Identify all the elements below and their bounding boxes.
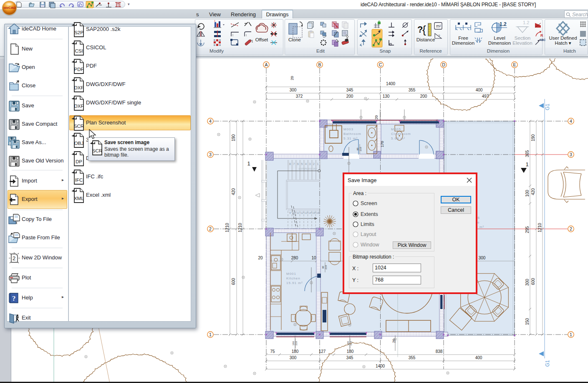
svg-text:8: 8 bbox=[289, 162, 291, 165]
svg-text:m²: m² bbox=[436, 24, 441, 28]
svg-text:372: 372 bbox=[296, 94, 303, 99]
svg-text:2: 2 bbox=[209, 226, 212, 231]
svg-text:G1: G1 bbox=[545, 360, 550, 367]
svg-text:300: 300 bbox=[525, 279, 530, 286]
svg-text:1400: 1400 bbox=[376, 364, 385, 368]
svg-text:127: 127 bbox=[319, 349, 326, 354]
svg-text:OBJ: OBJ bbox=[74, 141, 83, 146]
svg-text:M005: M005 bbox=[391, 127, 401, 131]
svg-text:1210: 1210 bbox=[538, 223, 542, 232]
svg-text:200: 200 bbox=[420, 94, 427, 99]
svg-text:IFC: IFC bbox=[75, 178, 83, 183]
svg-text:10: 10 bbox=[311, 256, 316, 260]
svg-text:9: 9 bbox=[289, 211, 291, 214]
svg-text:10: 10 bbox=[293, 211, 296, 214]
svg-text:DP: DP bbox=[76, 159, 82, 164]
svg-text:M003: M003 bbox=[343, 127, 353, 131]
svg-text:XML: XML bbox=[74, 196, 84, 201]
svg-text:Kitchen: Kitchen bbox=[286, 276, 300, 280]
svg-text:1: 1 bbox=[214, 20, 216, 22]
svg-text:1: 1 bbox=[209, 332, 212, 337]
svg-text:838: 838 bbox=[436, 349, 443, 354]
svg-text:R: R bbox=[540, 33, 543, 38]
svg-text:?: ? bbox=[12, 294, 16, 302]
svg-text:G1: G1 bbox=[545, 104, 550, 110]
svg-text:D: D bbox=[442, 62, 445, 67]
svg-text:20: 20 bbox=[374, 115, 379, 119]
svg-text:ABC: ABC bbox=[539, 38, 545, 41]
svg-text:CSI: CSI bbox=[75, 48, 83, 53]
svg-text:6: 6 bbox=[297, 162, 299, 165]
svg-text:2: 2 bbox=[313, 162, 315, 165]
svg-text:2: 2 bbox=[570, 226, 572, 231]
svg-text:3: 3 bbox=[309, 162, 311, 165]
svg-text:14: 14 bbox=[308, 211, 312, 214]
svg-text:12: 12 bbox=[300, 211, 304, 214]
svg-text:7: 7 bbox=[293, 162, 295, 165]
svg-text:SCR: SCR bbox=[74, 124, 84, 129]
svg-text:1210: 1210 bbox=[225, 223, 230, 232]
svg-text:S2P: S2P bbox=[74, 30, 83, 35]
svg-text:C: C bbox=[379, 62, 382, 67]
svg-text:A: A bbox=[265, 62, 268, 67]
svg-text:345: 345 bbox=[346, 88, 353, 92]
svg-text:B: B bbox=[318, 62, 321, 67]
svg-text:400: 400 bbox=[476, 88, 483, 92]
svg-text:90: 90 bbox=[356, 147, 359, 150]
svg-text:E: E bbox=[513, 62, 516, 67]
svg-text:4: 4 bbox=[570, 119, 572, 124]
svg-text:11: 11 bbox=[296, 211, 299, 214]
svg-text:190: 190 bbox=[531, 134, 535, 141]
svg-text:SCR: SCR bbox=[92, 148, 102, 153]
svg-text:295: 295 bbox=[525, 226, 530, 233]
svg-text:15: 15 bbox=[312, 211, 315, 214]
svg-text:DXF: DXF bbox=[74, 85, 84, 90]
svg-text:300: 300 bbox=[479, 256, 486, 260]
svg-text:1: 1 bbox=[570, 332, 572, 337]
svg-text:16 STEPS 16.8 / 28.3: 16 STEPS 16.8 / 28.3 bbox=[298, 168, 317, 170]
svg-text:15.91 m²: 15.91 m² bbox=[286, 281, 303, 285]
svg-text:420: 420 bbox=[231, 188, 236, 195]
svg-text:20: 20 bbox=[258, 256, 263, 260]
svg-text:600: 600 bbox=[531, 278, 535, 285]
svg-text:4: 4 bbox=[209, 119, 212, 124]
svg-text:90: 90 bbox=[322, 266, 324, 269]
svg-text:1: 1 bbox=[247, 160, 250, 167]
svg-text:20: 20 bbox=[290, 76, 294, 80]
svg-text:?: ? bbox=[438, 34, 440, 38]
svg-text:355: 355 bbox=[409, 355, 416, 360]
svg-text:1: 1 bbox=[317, 162, 319, 165]
svg-text:1210: 1210 bbox=[238, 223, 242, 232]
svg-text:300: 300 bbox=[290, 355, 297, 360]
svg-text:3: 3 bbox=[209, 152, 212, 157]
svg-text:1.2: 1.2 bbox=[523, 20, 529, 25]
svg-text:420: 420 bbox=[531, 188, 535, 195]
svg-text:170: 170 bbox=[380, 141, 384, 147]
svg-text:5.68 m²: 5.68 m² bbox=[391, 137, 405, 140]
svg-text:497: 497 bbox=[482, 94, 489, 99]
svg-text:3: 3 bbox=[570, 152, 572, 157]
svg-text:{: { bbox=[422, 23, 426, 36]
svg-text:5: 5 bbox=[301, 162, 303, 165]
svg-text:Cloakroom: Cloakroom bbox=[391, 132, 411, 136]
svg-text:75: 75 bbox=[270, 349, 275, 354]
svg-text:365: 365 bbox=[525, 150, 530, 157]
svg-text:150: 150 bbox=[525, 318, 530, 325]
svg-text:600: 600 bbox=[231, 278, 236, 285]
svg-text:1.2: 1.2 bbox=[500, 21, 507, 27]
svg-text:PDF: PDF bbox=[74, 67, 84, 72]
svg-text:100: 100 bbox=[525, 190, 530, 197]
svg-text:355: 355 bbox=[409, 88, 416, 92]
svg-text:5.31 m²: 5.31 m² bbox=[343, 137, 358, 140]
svg-text:345: 345 bbox=[346, 355, 353, 360]
svg-text:Bathroom: Bathroom bbox=[343, 132, 361, 136]
svg-text:4: 4 bbox=[305, 162, 307, 165]
svg-text:13: 13 bbox=[304, 211, 308, 214]
svg-text:1400: 1400 bbox=[386, 81, 396, 86]
svg-text:180: 180 bbox=[347, 349, 354, 354]
svg-text:190: 190 bbox=[231, 134, 236, 141]
svg-text:16: 16 bbox=[316, 211, 320, 214]
svg-text:280: 280 bbox=[291, 256, 298, 260]
svg-text:300: 300 bbox=[290, 88, 297, 92]
svg-text:1: 1 bbox=[525, 161, 528, 167]
